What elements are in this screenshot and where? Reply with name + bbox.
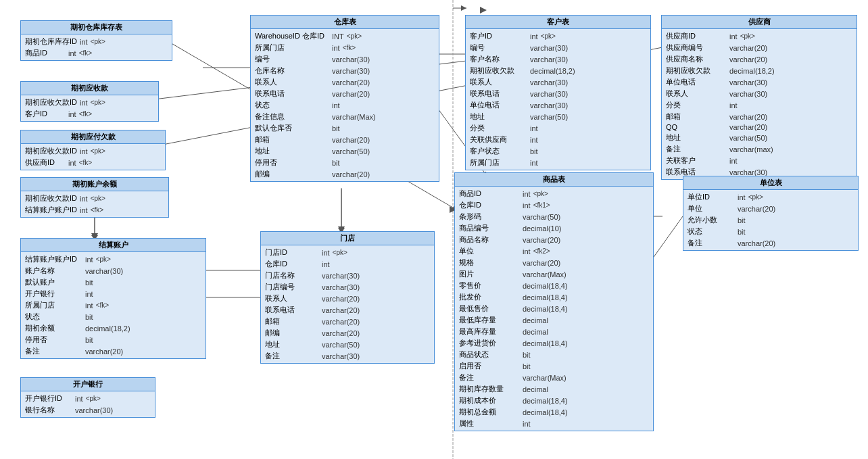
table-row: 邮编 varchar(20) [254, 168, 436, 180]
table-row: 单位 int <fk2> [458, 245, 650, 257]
table-row: 供应商编号 varchar(20) [665, 42, 854, 53]
table-row: 状态 bit [686, 226, 855, 237]
diagram-container: 期初仓库库存表 期初仓库库存ID int <pk> 商品ID int <fk> … [0, 0, 868, 459]
table-row: 备注 varchar(20) [24, 345, 203, 357]
entity-title-cangku: 仓库表 [251, 16, 439, 29]
table-row: 备注 varchar(20) [686, 237, 855, 249]
entity-mendian: 门店 门店ID int <pk> 仓库ID int 门店名称 varchar(3… [260, 231, 435, 364]
table-row: 邮编 varchar(20) [264, 327, 431, 339]
table-row: 编号 varchar(30) [468, 42, 648, 53]
table-row: 结算账户账户ID int <fk> [24, 204, 166, 216]
table-row: 客户状态 bit [468, 145, 648, 157]
table-row: 地址 varchar(50) [264, 339, 431, 350]
table-row: 所属门店 int [468, 157, 648, 168]
table-row: 商品名称 varchar(20) [458, 234, 650, 245]
entity-shangpin: 商品表 商品ID int <pk> 仓库ID int <fk1> 条形码 var… [454, 172, 654, 431]
entity-body-mendian: 门店ID int <pk> 仓库ID int 门店名称 varchar(30) … [261, 245, 434, 363]
table-row: 仓库ID int <fk1> [458, 199, 650, 211]
table-row: 最低库存量 decimal [458, 314, 650, 326]
table-row: 邮箱 varchar(20) [665, 111, 854, 122]
table-row: 结算账户账户ID int <pk> [24, 253, 203, 265]
table-row: 银行名称 varchar(30) [24, 404, 152, 416]
table-row: 条形码 varchar(50) [458, 211, 650, 222]
table-row: 停用否 bit [24, 334, 203, 345]
table-row: 备注 varchar(Max) [458, 372, 650, 383]
table-row: 期初仓库库存ID int <pk> [24, 36, 169, 47]
entity-title-kaihu-yinhang: 开户银行 [21, 378, 155, 391]
table-row: 允许小数 bit [686, 214, 855, 226]
table-row: 供应商ID int <fk> [24, 157, 162, 168]
table-row: 属性 int [458, 418, 650, 429]
table-row: 联系人 varchar(20) [254, 76, 436, 88]
table-row: 联系人 varchar(20) [264, 293, 431, 304]
table-row: 联系电话 varchar(30) [468, 88, 648, 99]
table-row: 所属门店 int <fk> [24, 299, 203, 311]
table-row: 关联客户 int [665, 155, 854, 166]
table-row: 开户银行 int [24, 288, 203, 299]
table-row: 期初总金额 decimal(18,4) [458, 406, 650, 418]
entity-body-qichu-yingshoukuan: 期初应收欠款ID int <pk> 客户ID int <fk> [21, 95, 158, 121]
table-row: 备注 varchar(max) [665, 143, 854, 155]
table-row: 编号 varchar(30) [254, 53, 436, 65]
table-row: 仓库ID int [264, 258, 431, 270]
entity-body-danwei: 单位ID int <pk> 单位 varchar(20) 允许小数 bit 状态… [683, 190, 858, 250]
table-row: 最高库存量 decimal [458, 326, 650, 337]
table-row: 联系电话 varchar(20) [254, 88, 436, 99]
table-row: 批发价 decimal(18,4) [458, 291, 650, 303]
table-row: 联系人 varchar(30) [468, 76, 648, 88]
table-row: 关联供应商 int [468, 134, 648, 145]
table-row: 仓库名称 varchar(30) [254, 65, 436, 76]
entity-title-qichu-yingshoukuan: 期初应收款 [21, 82, 158, 95]
table-row: 最低售价 decimal(18,4) [458, 303, 650, 314]
table-row: 期初应收欠款 decimal(18,2) [468, 65, 648, 76]
table-row: 默认仓库否 bit [254, 122, 436, 134]
entity-body-cangku: WarehouseID 仓库ID INT <pk> 所属门店 int <fk> … [251, 29, 439, 181]
table-row: WarehouseID 仓库ID INT <pk> [254, 30, 436, 42]
table-row: 分类 int [665, 99, 854, 111]
entity-title-qichu-yingfukuan: 期初应付欠款 [21, 130, 165, 144]
table-row: 供应商ID int <pk> [665, 30, 854, 42]
table-row: 期初余额 decimal(18,2) [24, 322, 203, 334]
table-row: 所属门店 int <fk> [254, 42, 436, 53]
entity-danwei: 单位表 单位ID int <pk> 单位 varchar(20) 允许小数 bi… [683, 176, 859, 251]
entity-title-qichu-zhanghu: 期初账户余额 [21, 178, 168, 191]
table-row: QQ varchar(20) [665, 122, 854, 132]
entity-body-qichu-cangku: 期初仓库库存ID int <pk> 商品ID int <fk> [21, 34, 172, 60]
table-row: 客户名称 varchar(30) [468, 53, 648, 65]
table-row: 单位电话 varchar(30) [468, 99, 648, 111]
table-row: 商品状态 bit [458, 349, 650, 360]
entity-kehu: 客户表 客户ID int <pk> 编号 varchar(30) 客户名称 va… [465, 15, 651, 170]
table-row: 账户名称 varchar(30) [24, 265, 203, 276]
entity-gongyingshang: 供应商 供应商ID int <pk> 供应商编号 varchar(20) 供应商… [661, 15, 857, 180]
table-row: 联系电话 varchar(20) [264, 304, 431, 316]
table-row: 图片 varchar(Max) [458, 268, 650, 280]
table-row: 期初应收欠款ID int <pk> [24, 193, 166, 204]
entity-body-qichu-zhanghu: 期初应收欠款ID int <pk> 结算账户账户ID int <fk> [21, 191, 168, 217]
entity-body-kehu: 客户ID int <pk> 编号 varchar(30) 客户名称 varcha… [466, 29, 650, 170]
table-row: 期初应收欠款ID int <pk> [24, 97, 155, 108]
table-row: 客户ID int <pk> [468, 30, 648, 42]
table-row: 参考进货价 decimal(18,4) [458, 337, 650, 349]
entity-kaihu-yinhang: 开户银行 开户银行ID int <pk> 银行名称 varchar(30) [20, 377, 155, 418]
table-row: 备注信息 varchar(Max) [254, 111, 436, 122]
entity-qichu-cangku: 期初仓库库存表 期初仓库库存ID int <pk> 商品ID int <fk> [20, 20, 172, 61]
table-row: 启用否 bit [458, 360, 650, 372]
table-row: 地址 varchar(50) [468, 111, 648, 122]
table-row: 规格 varchar(20) [458, 257, 650, 268]
entity-body-kaihu-yinhang: 开户银行ID int <pk> 银行名称 varchar(30) [21, 391, 155, 417]
table-row: 零售价 decimal(18,4) [458, 280, 650, 291]
table-row: 供应商名称 varchar(20) [665, 53, 854, 65]
entity-body-shangpin: 商品ID int <pk> 仓库ID int <fk1> 条形码 varchar… [455, 187, 653, 431]
entity-title-qichu-cangku: 期初仓库库存表 [21, 21, 172, 34]
entity-body-jiesuan-zhanghu: 结算账户账户ID int <pk> 账户名称 varchar(30) 默认账户 … [21, 252, 206, 358]
table-row: 门店编号 varchar(30) [264, 281, 431, 293]
entity-cangku: 仓库表 WarehouseID 仓库ID INT <pk> 所属门店 int <… [250, 15, 439, 182]
table-row: 单位电话 varchar(30) [665, 76, 854, 88]
table-row: 商品ID int <fk> [24, 47, 169, 59]
table-row: 邮箱 varchar(20) [264, 316, 431, 327]
table-row: 默认账户 bit [24, 276, 203, 288]
table-row: 状态 bit [24, 311, 203, 322]
table-row: 期初库存数量 decimal [458, 383, 650, 395]
table-row: 期初应收欠款 decimal(18,2) [665, 65, 854, 76]
entity-qichu-yingshoukuan: 期初应收款 期初应收欠款ID int <pk> 客户ID int <fk> [20, 81, 159, 122]
